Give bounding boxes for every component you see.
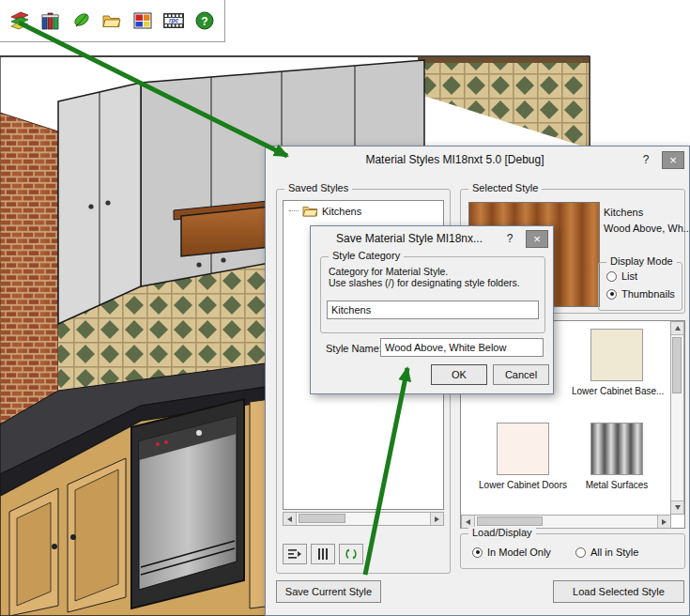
radio-label: Thumbnails xyxy=(621,288,675,300)
style-category-group: Style Category Category for Material Sty… xyxy=(320,256,545,333)
selected-style-group-label: Selected Style xyxy=(468,182,542,193)
save-dialog-help-button[interactable]: ? xyxy=(498,230,521,248)
load-display-group: Load/Display In Model Only All in Style xyxy=(460,533,685,569)
scroll-left-button[interactable] xyxy=(284,513,297,525)
rpc-icon[interactable]: rpc xyxy=(161,8,186,34)
radio-dot xyxy=(472,547,483,558)
style-category-group-label: Style Category xyxy=(329,250,404,261)
help-icon[interactable]: ? xyxy=(192,8,217,34)
style-category-input[interactable] xyxy=(327,300,539,319)
save-material-style-dialog: Save Material Style MI18nx... ? × Style … xyxy=(310,225,554,394)
tree-item-kitchens[interactable]: Kitchens xyxy=(284,201,443,217)
tree-item-label: Kitchens xyxy=(322,206,361,217)
material-item[interactable]: Lower Cabinet Base... xyxy=(572,329,662,396)
save-current-style-button[interactable]: Save Current Style xyxy=(276,580,381,603)
rpc-icon-label: rpc xyxy=(169,17,179,24)
material-item[interactable]: Metal Surfaces xyxy=(572,423,662,490)
dialog-help-button[interactable]: ? xyxy=(635,151,657,169)
display-mode-group: Display Mode List Thumbnails xyxy=(598,262,682,311)
style-category-description-2: Use slashes (/) for designating style fo… xyxy=(329,277,520,288)
radio-dot xyxy=(606,271,617,282)
material-swatch[interactable] xyxy=(590,423,643,475)
color-palette-icon[interactable] xyxy=(130,8,155,34)
style-name-input[interactable] xyxy=(380,338,544,357)
saved-styles-group-label: Saved Styles xyxy=(284,182,352,193)
selected-style-category: Kitchens xyxy=(604,205,643,221)
load-selected-style-button[interactable]: Load Selected Style xyxy=(553,580,684,603)
folder-icon xyxy=(302,205,318,217)
radio-dot xyxy=(606,289,617,300)
material-styles-titlebar: Material Styles MI18nxt 5.0 [Debug] ? × xyxy=(266,146,689,173)
material-label: Lower Cabinet Doors xyxy=(478,480,568,490)
radio-list[interactable]: List xyxy=(606,270,637,282)
materials-vertical-scrollbar[interactable] xyxy=(670,321,684,515)
style-name-label: Style Name: xyxy=(326,343,382,354)
save-dialog-title: Save Material Style MI18nx... xyxy=(320,232,498,245)
material-swatch[interactable] xyxy=(497,423,549,475)
scrollbar-thumb[interactable] xyxy=(299,514,345,523)
ok-button[interactable]: OK xyxy=(431,364,487,385)
scroll-up-button[interactable] xyxy=(671,322,683,335)
plugin-toolbar: rpc ? xyxy=(0,0,225,42)
tree-sort-button[interactable] xyxy=(283,544,307,564)
radio-label: List xyxy=(621,270,637,282)
radio-all-in-style[interactable]: All in Style xyxy=(575,547,638,558)
style-category-description-1: Category for Material Style. xyxy=(329,266,448,277)
radio-dot xyxy=(575,547,586,558)
refresh-arrows-icon xyxy=(345,548,358,560)
sort-arrow-icon xyxy=(288,548,301,560)
save-dialog-close-button[interactable]: × xyxy=(526,230,548,248)
scroll-right-button[interactable] xyxy=(430,513,443,525)
selected-style-name: Wood Above, Wh... xyxy=(604,221,690,237)
tree-branch-line xyxy=(289,210,299,211)
material-styles-icon[interactable] xyxy=(8,8,32,34)
component-books-icon[interactable] xyxy=(38,8,63,34)
open-folder-icon[interactable] xyxy=(100,8,124,34)
radio-label: All in Style xyxy=(590,547,638,558)
material-swatch[interactable] xyxy=(590,329,643,381)
scrollbar-track[interactable] xyxy=(671,335,683,500)
load-display-group-label: Load/Display xyxy=(468,527,536,538)
radio-thumbnails[interactable]: Thumbnails xyxy=(606,288,675,300)
display-mode-group-label: Display Mode xyxy=(606,255,677,267)
scrollbar-thumb[interactable] xyxy=(672,337,682,393)
dialog-title: Material Styles MI18nxt 5.0 [Debug] xyxy=(275,153,635,166)
cancel-button[interactable]: Cancel xyxy=(493,364,549,385)
save-dialog-titlebar: Save Material Style MI18nx... ? × xyxy=(311,226,553,251)
tree-refresh-button[interactable] xyxy=(339,544,363,564)
scrollbar-track[interactable] xyxy=(297,513,430,525)
scroll-down-button[interactable] xyxy=(671,500,683,514)
material-item[interactable]: Lower Cabinet Doors xyxy=(478,423,568,490)
help-icon-label: ? xyxy=(201,15,207,28)
tree-horizontal-scrollbar[interactable] xyxy=(283,512,444,526)
list-bars-icon xyxy=(316,548,330,560)
screen: rpc ? Material Styles MI18nxt 5.0 [Debug… xyxy=(0,0,690,616)
radio-label: In Model Only xyxy=(487,547,551,558)
material-label: Lower Cabinet Base... xyxy=(572,386,662,396)
leaf-icon[interactable] xyxy=(69,8,94,34)
tree-list-view-button[interactable] xyxy=(311,544,335,564)
dialog-close-button[interactable]: × xyxy=(662,151,684,169)
material-label: Metal Surfaces xyxy=(572,480,662,490)
scrollbar-thumb[interactable] xyxy=(477,516,543,526)
scroll-right-button[interactable] xyxy=(657,516,670,528)
radio-in-model-only[interactable]: In Model Only xyxy=(472,547,551,558)
